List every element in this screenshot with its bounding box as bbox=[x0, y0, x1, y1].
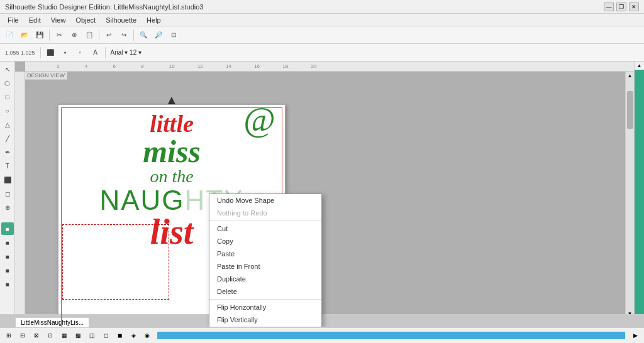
ctx-cut[interactable]: Cut bbox=[209, 222, 321, 235]
ctx-duplicate[interactable]: Duplicate bbox=[209, 273, 321, 285]
fit-button[interactable]: ⊡ bbox=[167, 28, 180, 42]
save-button[interactable]: 💾 bbox=[33, 28, 47, 42]
node-tool[interactable]: ⬡ bbox=[1, 77, 14, 89]
text-button[interactable]: A bbox=[89, 46, 103, 60]
bottom-btn-1[interactable]: ⊞ bbox=[3, 329, 15, 342]
bottom-btn-7[interactable]: ◫ bbox=[86, 329, 98, 342]
maximize-button[interactable]: ❐ bbox=[616, 3, 626, 11]
align-right-button[interactable]: ▫ bbox=[74, 46, 87, 60]
panel-btn-2[interactable]: ■ bbox=[1, 236, 14, 249]
select-tool[interactable]: ↖ bbox=[1, 63, 14, 75]
right-panel: ▲ ▼ bbox=[634, 62, 644, 327]
sep5 bbox=[105, 47, 106, 58]
eraser-tool[interactable]: ◻ bbox=[1, 187, 14, 200]
scroll-thumb-v[interactable] bbox=[627, 91, 633, 129]
bottom-btn-10[interactable]: ◈ bbox=[127, 329, 140, 342]
open-button[interactable]: 📂 bbox=[18, 28, 31, 42]
toolbar-secondary: 1.055 1.025 ⬛ ▪ ▫ A Arial ▾ 12 ▾ bbox=[0, 44, 644, 62]
panel-btn-4[interactable]: ■ bbox=[1, 264, 14, 276]
bottom-btn-right[interactable]: ▶ bbox=[629, 329, 641, 342]
ctx-sep1 bbox=[209, 220, 321, 221]
bottom-section: LittleMissNaughtyLis... ⊞ ⊟ ⊠ ⊡ ▦ ▩ ◫ ◻ … bbox=[0, 314, 644, 343]
menu-object[interactable]: Object bbox=[70, 15, 101, 25]
window-controls: — ❐ ✕ bbox=[604, 3, 639, 11]
menu-file[interactable]: File bbox=[3, 15, 24, 25]
toolbar-main: 📄 📂 💾 ✂ ⊕ 📋 ↩ ↪ 🔍 🔎 ⊡ bbox=[0, 26, 644, 44]
panel-btn-3[interactable]: ■ bbox=[1, 250, 14, 263]
main-area: ↖ ⬡ □ ○ △ ╱ ✒ T ⬛ ◻ ⊕ ■ ■ ■ ■ ■ 2 4 6 8 … bbox=[0, 62, 644, 327]
bottom-btn-9[interactable]: ◼ bbox=[113, 329, 126, 342]
context-menu: Undo Move Shape Nothing to Redo Cut Copy… bbox=[209, 193, 322, 327]
text-tool[interactable]: T bbox=[1, 160, 14, 172]
sep4 bbox=[40, 47, 41, 58]
design-view-label: DESIGN VIEW bbox=[25, 72, 67, 80]
pen-tool[interactable]: ✒ bbox=[1, 146, 14, 158]
ctx-copy[interactable]: Copy bbox=[209, 235, 321, 248]
bottom-btn-5[interactable]: ▦ bbox=[58, 329, 70, 342]
ctx-flip-v[interactable]: Flip Vertically bbox=[209, 313, 321, 326]
panel-btn-5[interactable]: ■ bbox=[1, 278, 14, 290]
coordinates: 1.055 1.025 bbox=[3, 50, 38, 56]
design-text-little: little bbox=[65, 111, 279, 138]
close-button[interactable]: ✕ bbox=[629, 3, 639, 11]
font-info: Arial ▾ 12 ▾ bbox=[108, 49, 144, 56]
align-center-button[interactable]: ▪ bbox=[58, 46, 72, 60]
menu-bar: File Edit View Object Silhouette Help bbox=[0, 14, 644, 26]
design-text-on-the: on the bbox=[65, 166, 279, 187]
bottom-btn-4[interactable]: ⊡ bbox=[44, 329, 57, 342]
window-title: Silhouette Studio Designer Edition: Litt… bbox=[5, 3, 204, 11]
bottom-btn-6[interactable]: ▩ bbox=[72, 329, 84, 342]
minimize-button[interactable]: — bbox=[604, 3, 614, 11]
design-text-miss: miss bbox=[65, 138, 279, 166]
ctx-delete[interactable]: Delete bbox=[209, 285, 321, 298]
bottom-progress-bar bbox=[157, 332, 625, 339]
ctx-sep2 bbox=[209, 299, 321, 300]
ellipse-tool[interactable]: ○ bbox=[1, 104, 14, 117]
bottom-btn-11[interactable]: ◉ bbox=[141, 329, 153, 342]
zoom-in-button[interactable]: 🔍 bbox=[136, 28, 150, 42]
zoom-out-button[interactable]: 🔎 bbox=[152, 28, 165, 42]
bottom-toolbar: ⊞ ⊟ ⊠ ⊡ ▦ ▩ ◫ ◻ ◼ ◈ ◉ ▶ bbox=[0, 327, 644, 343]
bottom-btn-2[interactable]: ⊟ bbox=[16, 329, 29, 342]
copy-button[interactable]: ⊕ bbox=[67, 28, 81, 42]
line-tool[interactable]: ╱ bbox=[1, 132, 14, 144]
scrollbar-vertical[interactable]: ▲ ▼ bbox=[625, 72, 634, 318]
ctx-flip-h[interactable]: Flip Horizontally bbox=[209, 301, 321, 313]
redo-button[interactable]: ↪ bbox=[117, 28, 131, 42]
menu-view[interactable]: View bbox=[46, 15, 71, 25]
menu-help[interactable]: Help bbox=[142, 15, 166, 25]
right-panel-scroll[interactable] bbox=[635, 70, 644, 318]
ruler-vertical bbox=[15, 72, 25, 327]
align-left-button[interactable]: ⬛ bbox=[43, 46, 57, 60]
fill-tool[interactable]: ⬛ bbox=[1, 173, 14, 186]
rectangle-tool[interactable]: □ bbox=[1, 90, 14, 103]
left-toolbar: ↖ ⬡ □ ○ △ ╱ ✒ T ⬛ ◻ ⊕ ■ ■ ■ ■ ■ bbox=[0, 62, 15, 327]
title-bar: Silhouette Studio Designer Edition: Litt… bbox=[0, 0, 644, 14]
sep1 bbox=[49, 30, 50, 41]
bottom-btn-3[interactable]: ⊠ bbox=[30, 329, 43, 342]
menu-silhouette[interactable]: Silhouette bbox=[101, 15, 142, 25]
right-panel-up[interactable]: ▲ bbox=[635, 62, 644, 70]
sep3 bbox=[133, 30, 134, 41]
ctx-paste-front[interactable]: Paste in Front bbox=[209, 260, 321, 273]
ctx-redo: Nothing to Redo bbox=[209, 207, 321, 219]
bottom-btn-8[interactable]: ◻ bbox=[99, 329, 112, 342]
ctx-undo[interactable]: Undo Move Shape bbox=[209, 194, 321, 207]
cut-button[interactable]: ✂ bbox=[52, 28, 66, 42]
tab-bar: LittleMissNaughtyLis... bbox=[0, 315, 644, 327]
sep2 bbox=[99, 30, 99, 41]
panel-btn-1[interactable]: ■ bbox=[1, 222, 14, 235]
zoom-tool[interactable]: ⊕ bbox=[1, 201, 14, 214]
new-button[interactable]: 📄 bbox=[3, 28, 16, 42]
ctx-paste[interactable]: Paste bbox=[209, 248, 321, 260]
canvas-area: 2 4 6 8 10 12 14 16 18 20 DESIGN VIEW ▲ bbox=[15, 62, 634, 327]
ruler-horizontal: 2 4 6 8 10 12 14 16 18 20 bbox=[25, 62, 634, 72]
menu-edit[interactable]: Edit bbox=[24, 15, 46, 25]
undo-button[interactable]: ↩ bbox=[102, 28, 116, 42]
paste-button[interactable]: 📋 bbox=[82, 28, 96, 42]
tab-file[interactable]: LittleMissNaughtyLis... bbox=[15, 317, 89, 327]
polygon-tool[interactable]: △ bbox=[1, 118, 14, 131]
